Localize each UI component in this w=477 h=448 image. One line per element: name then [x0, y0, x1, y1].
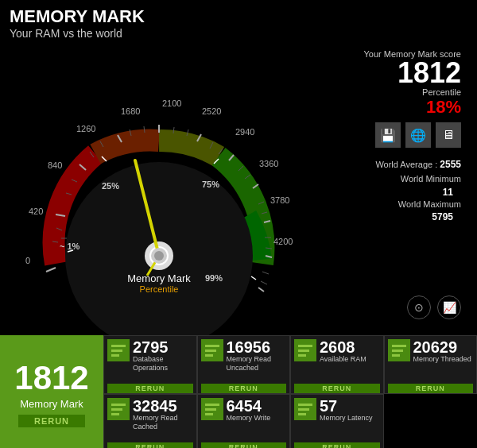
- svg-rect-59: [205, 408, 216, 411]
- result-rerun-button-0[interactable]: RERUN: [107, 384, 193, 393]
- save-icon-button[interactable]: 💾: [375, 122, 401, 148]
- svg-rect-61: [298, 404, 312, 406]
- world-stats: World Average : 2555 World Minimum 11 Wo…: [318, 157, 469, 222]
- gauge-label-sub: Percentile: [127, 284, 190, 294]
- result-rerun-button-3[interactable]: RERUN: [388, 384, 474, 393]
- gauge-tick-2940: 2940: [235, 127, 254, 137]
- gauge-tick-0: 0: [25, 256, 30, 265]
- result-rerun-button-5[interactable]: RERUN: [201, 442, 287, 448]
- big-score-box: 1812 Memory Mark RERUN: [0, 335, 103, 448]
- result-icon-1: [201, 339, 223, 361]
- svg-line-11: [258, 288, 264, 292]
- main-area: 0 420 840 1260 1680 2100 2520 2940 3360 …: [0, 41, 477, 335]
- gauge-percent-25: 25%: [102, 181, 119, 191]
- result-desc-4: Memory Read Cached: [133, 414, 193, 431]
- percentile-label: Percentile: [318, 87, 461, 97]
- result-rerun-button-4[interactable]: RERUN: [107, 442, 193, 448]
- monitor-icon-button[interactable]: 🖥: [436, 122, 461, 148]
- svg-rect-49: [298, 345, 312, 347]
- result-cell-3: 20629Memory ThreadedRERUN: [384, 335, 478, 394]
- svg-line-32: [261, 281, 267, 284]
- result-desc-2: Available RAM: [320, 355, 366, 364]
- svg-rect-55: [111, 404, 126, 406]
- svg-rect-54: [392, 354, 400, 357]
- score-value: 1812: [318, 59, 461, 87]
- world-maximum-label: World Maximum: [318, 198, 461, 212]
- result-rerun-button-1[interactable]: RERUN: [201, 384, 287, 393]
- gauge-tick-1680: 1680: [121, 106, 140, 116]
- svg-rect-44: [111, 350, 122, 352]
- gauge-container: 0 420 840 1260 1680 2100 2520 2940 3360 …: [8, 41, 310, 335]
- world-average-label: World Average : 2555: [318, 157, 461, 172]
- gauge-tick-1260: 1260: [76, 124, 95, 133]
- svg-line-36: [251, 276, 256, 280]
- gauge-label-text: Memory Mark: [127, 272, 190, 284]
- svg-rect-46: [205, 345, 219, 347]
- result-icon-4: [107, 398, 130, 420]
- page-title: MEMORY MARK: [10, 6, 467, 27]
- svg-line-31: [262, 272, 269, 274]
- gauge-percent-1: ~ 1%: [60, 241, 80, 251]
- results-grid: 2795Database OperationsRERUN16956Memory …: [103, 335, 477, 448]
- result-number-2: 2608: [320, 339, 366, 355]
- results-area: 1812 Memory Mark RERUN 2795Database Oper…: [0, 335, 477, 448]
- svg-rect-57: [111, 413, 119, 415]
- gauge-percent-75: 75%: [202, 180, 219, 189]
- result-number-6: 57: [320, 398, 373, 414]
- result-desc-3: Memory Threaded: [413, 355, 471, 364]
- svg-rect-56: [111, 408, 122, 411]
- result-rerun-button-6[interactable]: RERUN: [294, 442, 380, 448]
- gauge-tick-3780: 3780: [270, 195, 289, 205]
- result-number-3: 20629: [413, 339, 471, 355]
- percentile-value: 18%: [318, 97, 461, 118]
- result-number-1: 16956: [227, 339, 287, 355]
- globe-icon-button[interactable]: 🌐: [405, 122, 431, 148]
- result-number-4: 32845: [133, 398, 193, 414]
- result-icon-5: [201, 398, 223, 420]
- big-score-rerun-button[interactable]: RERUN: [18, 415, 85, 427]
- world-minimum-label: World Minimum: [318, 172, 461, 187]
- header: MEMORY MARK Your RAM vs the world: [0, 0, 477, 41]
- chart-icon-button[interactable]: 📈: [437, 295, 461, 319]
- result-icon-0: [107, 339, 130, 361]
- svg-rect-50: [298, 350, 309, 352]
- svg-rect-45: [111, 354, 119, 357]
- svg-point-42: [154, 251, 164, 261]
- result-cell-0: 2795Database OperationsRERUN: [103, 335, 197, 394]
- page-subtitle: Your RAM vs the world: [10, 27, 467, 40]
- result-rerun-button-2[interactable]: RERUN: [294, 384, 380, 393]
- svg-rect-52: [392, 345, 406, 347]
- circle-icon-button[interactable]: ⊙: [407, 295, 431, 319]
- gauge-tick-420: 420: [29, 207, 43, 216]
- result-cell-4: 32845Memory Read CachedRERUN: [103, 394, 197, 448]
- gauge-tick-3360: 3360: [259, 159, 278, 168]
- result-desc-6: Memory Latency: [320, 414, 373, 423]
- svg-rect-58: [205, 404, 219, 406]
- svg-rect-51: [298, 354, 306, 357]
- gauge-tick-4200: 4200: [273, 237, 293, 246]
- gauge-percent-99: 99%: [205, 273, 223, 283]
- gauge-tick-840: 840: [48, 160, 62, 170]
- result-cell-6: 57Memory LatencyRERUN: [290, 394, 384, 448]
- world-maximum-value: 5795: [318, 211, 461, 222]
- svg-line-1: [46, 268, 56, 272]
- right-panel: Your Memory Mark score 1812 Percentile 1…: [310, 41, 469, 335]
- big-score-label: Memory Mark: [20, 398, 83, 410]
- score-section: Your Memory Mark score 1812 Percentile 1…: [318, 49, 469, 118]
- icons-row: 💾 🌐 🖥: [318, 122, 469, 148]
- result-number-5: 6454: [227, 398, 271, 414]
- svg-rect-60: [205, 413, 213, 415]
- result-cell-5: 6454Memory WriteRERUN: [197, 394, 291, 448]
- svg-rect-63: [298, 413, 306, 415]
- result-icon-6: [294, 398, 316, 420]
- world-minimum-value: 11: [318, 187, 461, 198]
- svg-rect-48: [205, 354, 213, 357]
- result-icon-3: [388, 339, 410, 361]
- world-average-value: 2555: [440, 159, 461, 170]
- result-cell-2: 2608Available RAMRERUN: [290, 335, 384, 394]
- big-score-number: 1812: [14, 361, 88, 395]
- svg-rect-47: [205, 350, 216, 352]
- result-cell-1: 16956Memory Read UncachedRERUN: [197, 335, 291, 394]
- result-icon-2: [294, 339, 316, 361]
- result-number-0: 2795: [133, 339, 193, 355]
